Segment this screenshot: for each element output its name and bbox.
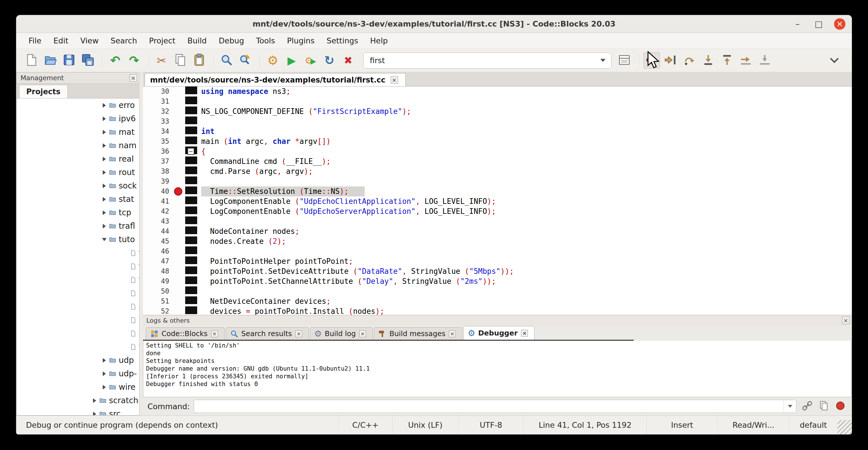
maximize-button[interactable]: □ [813,19,824,29]
open-file-button[interactable] [42,52,59,69]
save-all-button[interactable] [80,52,96,69]
menu-edit[interactable]: Edit [48,33,74,49]
minimize-button[interactable]: – [792,19,803,29]
save-button[interactable] [61,52,77,69]
expand-arrow-icon[interactable] [103,210,106,215]
breakpoint-margin[interactable] [173,147,185,156]
next-line-button[interactable] [681,52,698,69]
debugger-command-input[interactable] [194,400,783,412]
breakpoint-margin[interactable] [173,96,185,107]
close-button[interactable]: × [834,18,845,30]
link-button[interactable] [800,399,814,413]
step-out-button[interactable] [719,52,735,69]
debugger-log-output[interactable]: Setting SHELL to '/bin/sh'doneSetting br… [143,341,852,397]
breakpoint-margin[interactable] [173,117,185,126]
tree-item-si[interactable]: si [17,327,139,340]
menu-search[interactable]: Search [105,33,143,49]
menu-settings[interactable]: Settings [321,33,364,49]
logs-tab-close-button[interactable]: × [295,330,302,337]
debug-continue-button[interactable] [644,52,660,69]
new-file-button[interactable] [23,52,40,69]
project-tree[interactable]: erroipv6matnamrealroutsockstattcptrafltu… [16,98,140,416]
logs-tab-close-button[interactable]: × [449,330,456,337]
tree-item-nam[interactable]: nam [17,139,139,152]
breakpoint-margin[interactable] [173,137,185,147]
redo-button[interactable]: ↷ [126,52,143,69]
breakpoint-margin[interactable] [173,197,185,206]
logs-tab-close-button[interactable]: × [521,330,528,337]
logs-tab-code-blocks[interactable]: Code::Blocks× [146,327,224,340]
expand-arrow-icon[interactable] [103,358,106,363]
menu-view[interactable]: View [74,33,104,49]
breakpoint-margin[interactable] [173,176,185,186]
tree-item-fir[interactable]: fir [17,260,139,273]
step-into-instruction-button[interactable] [756,52,773,69]
run-to-cursor-button[interactable] [662,52,679,69]
panel-splitter[interactable] [140,72,143,416]
tree-item-real[interactable]: real [17,152,139,166]
expand-arrow-icon[interactable] [103,385,106,389]
expand-arrow-icon[interactable] [93,412,96,416]
resize-grip[interactable] [837,420,852,434]
breakpoint-margin[interactable] [173,87,185,96]
titlebar[interactable]: mnt/dev/tools/source/ns-3-dev/examples/t… [16,15,852,33]
build-button[interactable]: ⚙ [265,52,281,69]
cut-button[interactable]: ✂ [153,52,170,69]
breakpoint-margin[interactable] [173,156,185,167]
tree-item-stat[interactable]: stat [17,192,139,206]
breakpoint-margin[interactable] [173,227,185,236]
tree-item-fif[interactable]: fif [17,246,139,260]
tab-projects[interactable]: Projects [19,85,68,98]
step-into-button[interactable] [700,52,716,69]
logs-close-button[interactable]: × [842,317,849,324]
copy-pages-button[interactable] [817,399,831,413]
tree-item-tuto[interactable]: tuto [17,233,139,246]
menu-debug[interactable]: Debug [213,33,250,49]
breakpoint-margin[interactable] [173,257,185,266]
debug-windows-button[interactable] [616,52,632,69]
stop-button[interactable] [834,399,847,413]
run-button[interactable]: ▶ [283,52,300,69]
abort-button[interactable]: ✖ [340,52,356,69]
editor-tab-first-cc[interactable]: mnt/dev/tools/source/ns-3-dev/examples/t… [145,73,406,86]
tree-item-wire[interactable]: wire [17,380,139,394]
code-area[interactable]: 30using namespace ns3;3132NS_LOG_COMPONE… [143,87,852,315]
logs-tab-build-log[interactable]: ⚙Build log× [310,327,373,340]
management-close-button[interactable]: × [129,74,137,82]
logs-tab-debugger[interactable]: ⚙Debugger× [463,326,534,340]
menu-project[interactable]: Project [143,33,181,49]
expand-arrow-icon[interactable] [103,371,106,376]
tree-item-se[interactable]: se [17,313,139,327]
command-history-dropdown[interactable] [783,400,796,413]
breakpoint-margin[interactable] [173,236,185,246]
tree-item-se[interactable]: se [17,300,139,313]
build-target-select[interactable]: first [363,53,612,68]
tree-item-sock[interactable]: sock [17,179,139,192]
expand-arrow-icon[interactable] [103,157,106,161]
expand-arrow-icon[interactable] [103,184,106,188]
expand-arrow-icon[interactable] [103,117,106,121]
breakpoint-margin[interactable] [173,167,185,176]
expand-arrow-icon[interactable] [103,224,106,229]
breakpoint-margin[interactable] [173,296,185,306]
menu-build[interactable]: Build [182,33,213,49]
fold-toggle[interactable]: − [187,148,194,155]
toolbar-overflow-button[interactable] [826,52,843,69]
logs-tab-search-results[interactable]: Search results× [226,327,309,340]
breakpoint-margin[interactable] [173,246,185,257]
tree-item-fo[interactable]: fo [17,273,139,287]
undo-button[interactable]: ↶ [107,52,124,69]
logs-tab-build-messages[interactable]: Build messages× [374,327,462,340]
breakpoint-margin[interactable] [173,107,185,117]
expand-arrow-icon[interactable] [103,103,106,108]
tree-item-rout[interactable]: rout [17,166,139,179]
menu-file[interactable]: File [23,33,48,49]
breakpoint-margin[interactable] [173,306,185,315]
copy-button[interactable] [172,52,189,69]
breakpoint-margin[interactable] [173,126,185,137]
build-and-run-button[interactable]: ⚙▶ [302,52,319,69]
breakpoint-margin[interactable] [173,276,185,287]
tree-item-tcp[interactable]: tcp [17,206,139,219]
breakpoint-margin[interactable] [173,186,185,197]
menu-tools[interactable]: Tools [250,33,281,49]
